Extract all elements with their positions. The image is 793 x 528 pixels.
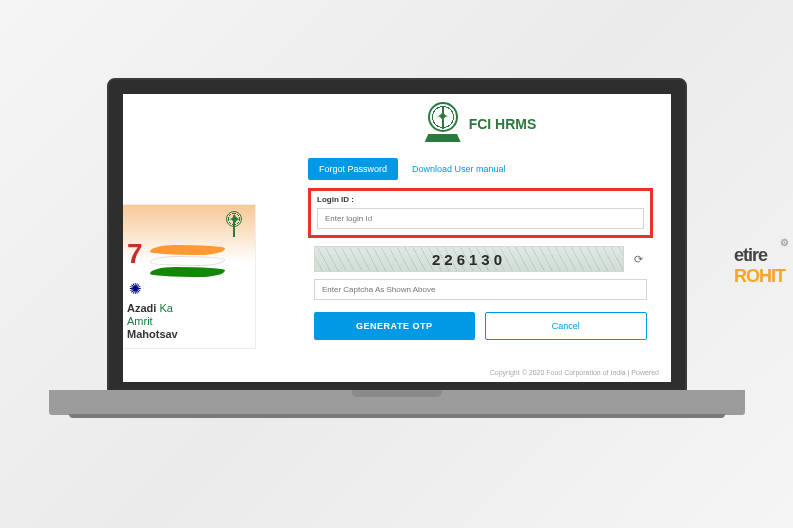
laptop-foot — [69, 414, 725, 418]
footer-copyright: Copyright © 2020 Food Corporation of Ind… — [490, 369, 659, 376]
watermark: ⚙ etire ROHIT — [734, 245, 785, 287]
laptop-mockup: 7 ✺ Azadi Ka Amrit Mahotsav — [107, 78, 687, 448]
tab-row: Forgot Password Download User manual — [308, 158, 653, 180]
watermark-text: etir — [734, 245, 758, 265]
watermark-text-e: e — [758, 245, 767, 265]
login-id-label: Login ID : — [317, 195, 644, 204]
fci-logo-icon — [425, 102, 461, 146]
azadi-banner: 7 ✺ Azadi Ka Amrit Mahotsav — [123, 204, 256, 349]
fci-mini-logo — [225, 211, 243, 229]
captcha-input[interactable] — [314, 279, 647, 300]
login-id-input[interactable] — [317, 208, 644, 229]
download-manual-link[interactable]: Download User manual — [412, 164, 506, 174]
captcha-image: 226130 — [314, 246, 624, 272]
india-flag-icon — [150, 245, 225, 277]
banner-number: 7 — [127, 238, 143, 270]
screen-content: 7 ✺ Azadi Ka Amrit Mahotsav — [123, 94, 671, 382]
captcha-code: 226130 — [432, 251, 506, 268]
screen-frame: 7 ✺ Azadi Ka Amrit Mahotsav — [107, 78, 687, 398]
fan-icon: ⚙ — [780, 237, 788, 248]
app-title: FCI HRMS — [469, 116, 537, 132]
header-logo-row: FCI HRMS — [308, 102, 653, 146]
banner-text: Azadi Ka Amrit Mahotsav — [127, 302, 178, 342]
refresh-captcha-icon[interactable]: ⟳ — [630, 253, 647, 266]
cancel-button[interactable]: Cancel — [485, 312, 648, 340]
laptop-base — [49, 390, 745, 415]
watermark-text-bottom: ROHIT — [734, 266, 785, 286]
generate-otp-button[interactable]: GENERATE OTP — [314, 312, 475, 340]
ashoka-chakra-icon: ✺ — [129, 280, 142, 298]
login-id-highlight: Login ID : — [308, 188, 653, 238]
laptop-notch — [352, 390, 442, 397]
tab-forgot-password[interactable]: Forgot Password — [308, 158, 398, 180]
